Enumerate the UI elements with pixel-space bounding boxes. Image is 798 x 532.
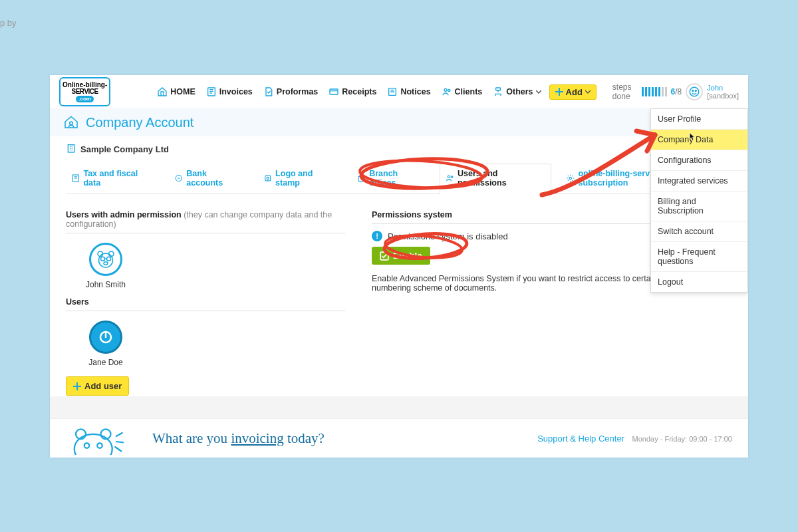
tab-branch-label: Branch offices <box>369 169 424 188</box>
svg-point-19 <box>569 177 571 179</box>
svg-point-6 <box>690 87 700 96</box>
nav-notices-label: Notices <box>400 87 430 96</box>
gear-icon <box>566 174 575 183</box>
receipt-icon <box>329 86 339 97</box>
user-mode: [sandbox] <box>707 92 739 100</box>
building-icon <box>66 143 76 156</box>
user-menu-trigger[interactable]: John [sandbox] <box>686 83 739 100</box>
drop-company-data[interactable]: Company Data <box>651 130 747 150</box>
plus-icon <box>555 88 563 96</box>
enable-button[interactable]: Enable <box>372 247 430 265</box>
cursor-pointer-icon <box>687 132 696 144</box>
page-title: Company Account <box>86 115 194 130</box>
permissions-status-text: Permissions system is disabled <box>388 231 508 241</box>
steps-done: 6 <box>671 87 676 96</box>
clients-icon <box>442 86 452 97</box>
support-link[interactable]: Support & Help Center Monday - Friday: 0… <box>537 434 732 444</box>
branch-icon <box>357 174 366 183</box>
user-card[interactable]: Jane Doe <box>66 321 146 367</box>
avatar-icon <box>686 83 703 100</box>
tab-tax-label: Tax and fiscal data <box>83 169 154 188</box>
add-user-button[interactable]: Add user <box>66 376 129 396</box>
svg-point-15 <box>267 177 269 179</box>
slogan-a: What are you <box>152 430 231 446</box>
power-avatar-icon <box>89 321 122 354</box>
svg-point-18 <box>451 176 453 178</box>
svg-point-17 <box>448 176 450 178</box>
admin-user-card[interactable]: John Smith <box>66 243 146 289</box>
drop-integrated-services[interactable]: Integrated services <box>651 171 747 192</box>
info-icon: ! <box>372 231 382 241</box>
user-dropdown: User Profile Company Data Configurations… <box>650 108 748 293</box>
nav-others-label: Others <box>506 87 533 96</box>
tab-bank[interactable]: Bank accounts <box>169 164 249 194</box>
user-card-name: Jane Doe <box>88 358 122 367</box>
tab-users-label: Users and permissions <box>458 169 545 188</box>
company-account-icon <box>63 114 79 132</box>
drop-configurations[interactable]: Configurations <box>651 150 747 171</box>
company-section: Sample Company Ltd Tax and fiscal data B… <box>50 136 748 194</box>
tab-logo-label: Logo and stamp <box>275 169 337 188</box>
drop-switch-account[interactable]: Switch account <box>651 221 747 242</box>
nav-clients[interactable]: Clients <box>439 84 485 100</box>
drop-logout[interactable]: Logout <box>651 272 747 292</box>
svg-point-31 <box>74 434 112 455</box>
slogan-c: today? <box>284 430 325 446</box>
drop-help[interactable]: Help - Frequent questions <box>651 242 747 272</box>
svg-rect-11 <box>68 145 74 152</box>
steps-total: 8 <box>678 87 682 96</box>
main-content: Users with admin permission (they can ch… <box>50 194 748 408</box>
proforma-icon <box>263 86 274 97</box>
page-title-row: Company Account <box>50 108 748 136</box>
tab-bank-label: Bank accounts <box>186 169 243 188</box>
svg-point-9 <box>70 122 73 125</box>
tab-tax-fiscal[interactable]: Tax and fiscal data <box>66 164 160 194</box>
drop-billing-subscription[interactable]: Billing and Subscription <box>651 192 747 221</box>
nav-notices[interactable]: Notices <box>384 84 433 100</box>
nav-invoices[interactable]: Invoices <box>203 84 255 100</box>
nav-receipts[interactable]: Receipts <box>326 84 379 100</box>
logo[interactable]: Online-billing- SERVICE .com <box>59 77 110 106</box>
document-icon <box>71 174 80 183</box>
home-icon <box>157 86 168 97</box>
drop-user-profile[interactable]: User Profile <box>651 109 747 130</box>
tab-users-permissions[interactable]: Users and permissions <box>440 164 552 194</box>
nav-invoices-label: Invoices <box>219 87 253 96</box>
tab-branch[interactable]: Branch offices <box>352 164 430 194</box>
support-label: Support & Help Center <box>537 434 624 444</box>
nav-proformas[interactable]: Proformas <box>261 84 321 100</box>
nav-receipts-label: Receipts <box>342 87 376 96</box>
invoice-icon <box>206 86 217 97</box>
mascot-icon <box>66 422 126 455</box>
piggy-icon <box>174 174 183 183</box>
logo-line1: Online-billing- <box>63 82 107 88</box>
company-name-label: Sample Company Ltd <box>80 144 169 154</box>
bear-avatar-icon <box>89 243 122 276</box>
steps-fraction: 6/8 <box>671 87 682 96</box>
logo-line2: SERVICE <box>72 88 98 95</box>
steps-label: steps done <box>612 82 638 101</box>
left-column: Users with admin permission (they can ch… <box>66 206 345 396</box>
add-button[interactable]: Add <box>549 84 597 100</box>
svg-rect-14 <box>265 176 270 181</box>
topbar: Online-billing- SERVICE .com HOME Invoic… <box>50 75 748 108</box>
tab-logo-stamp[interactable]: Logo and stamp <box>258 164 342 194</box>
plus-icon <box>73 382 81 390</box>
users-icon <box>446 174 454 183</box>
nav-home[interactable]: HOME <box>154 84 198 100</box>
chevron-down-icon <box>585 89 591 94</box>
admins-heading-label: Users with admin permission <box>66 210 182 219</box>
svg-rect-1 <box>330 89 338 94</box>
stamp-icon <box>263 174 272 183</box>
enable-button-label: Enable <box>393 251 422 261</box>
svg-point-3 <box>444 88 447 91</box>
steps-bars <box>642 87 667 96</box>
company-name: Sample Company Ltd <box>66 143 732 156</box>
chevron-down-icon <box>536 89 541 94</box>
nav-home-label: HOME <box>170 87 196 96</box>
others-icon <box>493 86 503 97</box>
slogan: What are you invoicing today? <box>152 430 325 447</box>
check-icon <box>380 251 389 261</box>
admin-user-name: John Smith <box>86 280 126 289</box>
nav-others[interactable]: Others <box>490 84 543 100</box>
